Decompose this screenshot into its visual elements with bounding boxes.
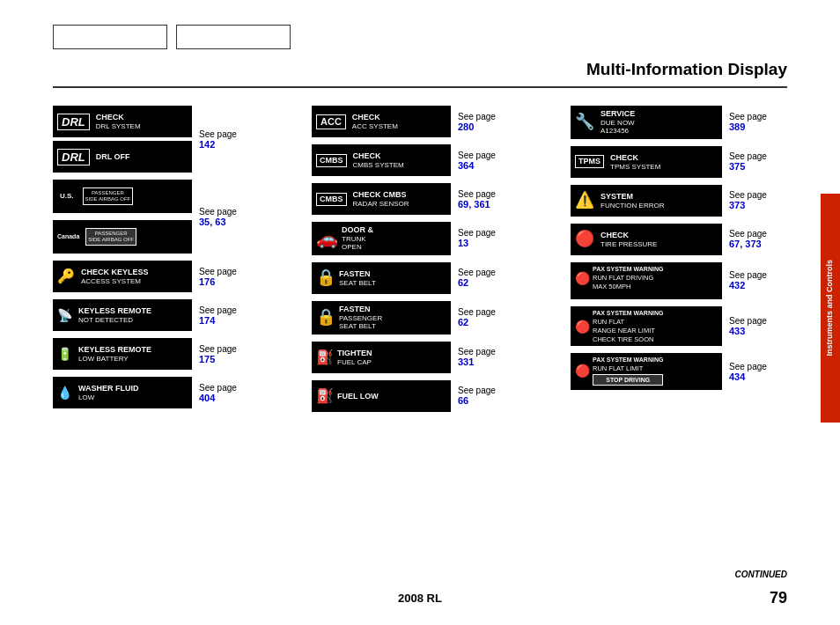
- pax3-see-page: See page 434: [729, 362, 782, 382]
- washer-fluid-text: WASHER FLUID LOW: [78, 384, 139, 401]
- system-error-row: ⚠️ SYSTEM FUNCTION ERROR See page 373: [571, 185, 814, 217]
- tire-pressure-text: CHECK TIRE PRESSURE: [601, 231, 657, 248]
- drl-indicators: DRL CHECK DRL SYSTEM DRL DRL OFF: [53, 106, 192, 173]
- fuel-cap-see-page: See page 331: [458, 347, 511, 367]
- door-see-page: See page 13: [458, 228, 511, 248]
- keyless-battery-row: 🔋 KEYLESS REMOTE LOW BATTERY See page 17…: [53, 338, 296, 370]
- page-title: Multi-Information Display: [586, 60, 787, 79]
- service-text: SERVICE DUE NOW A123456: [601, 109, 635, 136]
- tire-pressure-icon: 🔴: [575, 230, 594, 249]
- seatbelt-icon: 🔒: [316, 268, 335, 288]
- fuel-cap-text: TIGHTEN FUEL CAP: [337, 349, 372, 366]
- keyless-battery-box: 🔋 KEYLESS REMOTE LOW BATTERY: [53, 338, 192, 370]
- pax1-see-page: See page 432: [729, 270, 782, 290]
- cmbs1-label: CMBS: [316, 154, 347, 167]
- airbag-see-page: See page 35, 63: [199, 207, 252, 227]
- door-icon: 🚗: [316, 228, 338, 249]
- drl-off-text: DRL OFF: [96, 152, 130, 162]
- tpms-box: TPMS CHECK TPMS SYSTEM: [571, 146, 722, 178]
- pax2-row: 🔴 PAX SYSTEM WARNING RUN FLATRANGE NEAR …: [571, 306, 814, 346]
- pax3-tire-icon: 🔴: [575, 363, 590, 379]
- pax1-box: 🔴 PAX SYSTEM WARNING RUN FLAT DRIVINGMAX…: [571, 262, 722, 299]
- pax2-box: 🔴 PAX SYSTEM WARNING RUN FLATRANGE NEAR …: [571, 306, 722, 346]
- column-2: ACC CHECK ACC SYSTEM See page 280 CMBS C…: [312, 106, 555, 419]
- passenger-belt-text: FASTEN PASSENGER SEAT BELT: [339, 305, 382, 331]
- pax3-box: 🔴 PAX SYSTEM WARNING RUN FLAT LIMIT STOP…: [571, 353, 722, 390]
- fuel-low-see-page: See page 66: [458, 386, 511, 406]
- system-error-text: SYSTEM FUNCTION ERROR: [601, 192, 664, 210]
- keyless-access-text: CHECK KEYLESS ACCESS SYSTEM: [81, 268, 149, 285]
- seatbelt-see-page: See page 62: [458, 268, 511, 288]
- side-tab-text: Instruments and Controls: [825, 260, 836, 357]
- seatbelt-text: FASTEN SEAT BELT: [339, 269, 376, 287]
- pax1-row: 🔴 PAX SYSTEM WARNING RUN FLAT DRIVINGMAX…: [571, 262, 814, 299]
- header-nav: [53, 25, 291, 49]
- drl-label-1: DRL: [57, 114, 90, 130]
- cmbs1-see-page: See page 364: [458, 151, 511, 171]
- pax3-row: 🔴 PAX SYSTEM WARNING RUN FLAT LIMIT STOP…: [571, 353, 814, 390]
- cmbs2-row: CMBS CHECK CMBS RADAR SENSOR See page 69…: [312, 183, 555, 215]
- pax3-text: RUN FLAT LIMIT: [593, 364, 663, 373]
- title-divider: [53, 86, 787, 88]
- fuel-cap-icon: ⛽: [316, 349, 334, 365]
- fuel-low-row: ⛽ FUEL LOW See page 66: [312, 380, 555, 412]
- us-label: U.S.: [57, 191, 77, 202]
- fuel-cap-box: ⛽ TIGHTEN FUEL CAP: [312, 342, 451, 373]
- airbag-us-icon: PASSENGERSIDE AIRBAG OFF: [83, 188, 134, 204]
- fuel-low-text: FUEL LOW: [337, 392, 379, 401]
- acc-row: ACC CHECK ACC SYSTEM See page 280: [312, 106, 555, 137]
- canada-label: Canada: [57, 233, 79, 240]
- keyless-battery-see-page: See page 175: [199, 344, 252, 364]
- keyless-remote-text: KEYLESS REMOTE NOT DETECTED: [78, 306, 151, 324]
- drl-off-box: DRL DRL OFF: [53, 141, 192, 173]
- pax2-see-page: See page 433: [729, 316, 782, 336]
- side-tab: Instruments and Controls: [821, 194, 840, 423]
- pax2-tire-icon: 🔴: [575, 319, 590, 335]
- tpms-see-page: See page 375: [729, 151, 782, 172]
- keyless-access-row: 🔑 CHECK KEYLESS ACCESS SYSTEM See page 1…: [53, 261, 296, 292]
- passenger-belt-see-page: See page 62: [458, 307, 511, 327]
- keyless-access-see-page: See page 176: [199, 267, 252, 287]
- keyless-battery-icon: 🔋: [57, 347, 72, 362]
- passenger-belt-row: 🔒 FASTEN PASSENGER SEAT BELT See page 62: [312, 301, 555, 335]
- pax1-text: RUN FLAT DRIVINGMAX 50MPH: [593, 274, 663, 291]
- footer-center: 2008 RL: [398, 592, 442, 605]
- pax1-tire-icon: 🔴: [575, 270, 590, 286]
- drl-label-2: DRL: [57, 149, 90, 165]
- nav-button-2[interactable]: [176, 25, 291, 49]
- nav-button-1[interactable]: [53, 25, 167, 49]
- washer-fluid-box: 💧 WASHER FLUID LOW: [53, 377, 192, 408]
- seatbelt-row: 🔒 FASTEN SEAT BELT See page 62: [312, 262, 555, 294]
- tpms-label: TPMS: [575, 155, 604, 168]
- airbag-canada-box: Canada PASSENGERSIDE AIRBAG OFF: [53, 220, 192, 254]
- washer-fluid-icon: 💧: [57, 386, 72, 401]
- drl-check-box: DRL CHECK DRL SYSTEM: [53, 106, 192, 137]
- continued-label: CONTINUED: [735, 570, 787, 579]
- main-content: DRL CHECK DRL SYSTEM DRL DRL OFF: [53, 95, 814, 572]
- airbag-us-box: U.S. PASSENGERSIDE AIRBAG OFF: [53, 180, 192, 213]
- fuel-cap-row: ⛽ TIGHTEN FUEL CAP See page 331: [312, 342, 555, 373]
- cmbs1-box: CMBS CHECK CMBS SYSTEM: [312, 144, 451, 176]
- tire-pressure-box: 🔴 CHECK TIRE PRESSURE: [571, 224, 722, 255]
- acc-text: CHECK ACC SYSTEM: [352, 113, 398, 130]
- acc-box: ACC CHECK ACC SYSTEM: [312, 106, 451, 137]
- airbag-group: U.S. PASSENGERSIDE AIRBAG OFF Canada PAS…: [53, 180, 296, 254]
- keyless-remote-see-page: See page 174: [199, 305, 252, 326]
- cmbs1-text: CHECK CMBS SYSTEM: [353, 151, 404, 169]
- tpms-text: CHECK TPMS SYSTEM: [610, 153, 660, 171]
- system-error-see-page: See page 373: [729, 190, 782, 210]
- drl-see-page: See page 142: [199, 129, 252, 150]
- keyless-remote-row: 📡 KEYLESS REMOTE NOT DETECTED See page 1…: [53, 299, 296, 331]
- keyless-access-box: 🔑 CHECK KEYLESS ACCESS SYSTEM: [53, 261, 192, 292]
- airbag-indicators: U.S. PASSENGERSIDE AIRBAG OFF Canada PAS…: [53, 180, 192, 254]
- footer: 2008 RL 79: [53, 589, 787, 607]
- acc-see-page: See page 280: [458, 112, 511, 132]
- service-row: 🔧 SERVICE DUE NOW A123456 See page 389: [571, 106, 814, 139]
- passenger-belt-icon: 🔒: [316, 308, 335, 327]
- keyless-battery-text: KEYLESS REMOTE LOW BATTERY: [78, 345, 151, 363]
- cmbs2-see-page: See page 69, 361: [458, 189, 511, 210]
- columns-container: DRL CHECK DRL SYSTEM DRL DRL OFF: [53, 106, 814, 419]
- system-error-box: ⚠️ SYSTEM FUNCTION ERROR: [571, 185, 722, 217]
- cmbs2-label: CMBS: [316, 193, 347, 206]
- drl-group: DRL CHECK DRL SYSTEM DRL DRL OFF: [53, 106, 296, 173]
